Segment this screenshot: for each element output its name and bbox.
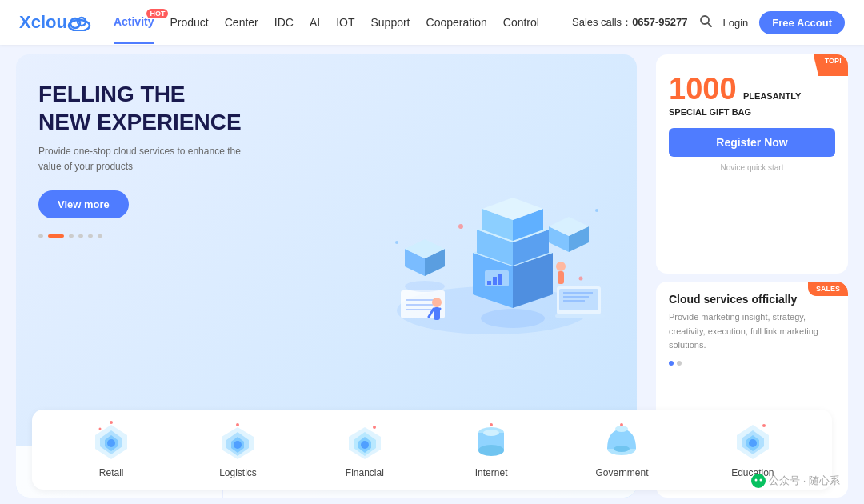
dot-2-active[interactable] (48, 234, 64, 238)
sales-label: Sales calls：0657-95277 (572, 15, 688, 30)
svg-point-98 (614, 446, 630, 452)
svg-point-106 (755, 479, 758, 482)
isometric-illustration-svg (357, 162, 629, 338)
svg-point-107 (760, 479, 762, 482)
sales-ribbon: SALES (808, 282, 848, 296)
nav-item-center[interactable]: Center (225, 16, 258, 29)
government-icon (599, 421, 644, 461)
logo-cloud-icon (67, 14, 91, 31)
svg-point-97 (615, 426, 628, 432)
svg-point-103 (749, 439, 757, 447)
svg-point-105 (751, 474, 766, 488)
hero-illustration (349, 54, 637, 446)
wechat-icon (751, 474, 766, 488)
nav-item-idc[interactable]: IDC (274, 16, 294, 29)
nav-items: Activity HOT Product Center IDC AI IOT S… (114, 15, 572, 30)
hero-title: FELLING THE NEW EXPERIENCE (38, 80, 250, 136)
nav-item-iot[interactable]: IOT (336, 16, 354, 29)
hero-description: Provide one-stop cloud services to enhan… (38, 144, 250, 174)
svg-rect-47 (558, 271, 564, 284)
free-account-button[interactable]: Free Accout (759, 11, 845, 34)
login-button[interactable]: Login (723, 17, 749, 29)
register-now-button[interactable]: Register Now (669, 128, 835, 157)
svg-point-99 (620, 423, 623, 426)
svg-point-93 (478, 445, 504, 456)
promo-number-block: 1000 PLEASANTLY SPECIAL GIFT BAG (669, 74, 835, 118)
hero-text-block: FELLING THE NEW EXPERIENCE Provide one-s… (16, 54, 272, 446)
dot-4 (78, 234, 83, 238)
svg-rect-20 (493, 277, 497, 285)
promo-card: TOP! 1000 PLEASANTLY SPECIAL GIFT BAG Re… (656, 54, 848, 274)
logo-text: Xclou (19, 12, 67, 33)
view-more-button[interactable]: View more (38, 190, 129, 218)
watermark: 公众号 · 随心系 (751, 474, 840, 488)
cloud-services-description: Provide marketing insight, strategy, cre… (669, 310, 835, 353)
svg-point-41 (405, 281, 445, 292)
svg-point-48 (458, 224, 463, 229)
education-icon (730, 421, 775, 461)
logo[interactable]: Xclou (19, 12, 91, 33)
nav-item-support[interactable]: Support (370, 16, 410, 29)
hero-dots (38, 234, 250, 238)
navbar: Xclou Activity HOT Product Center IDC AI… (0, 0, 864, 45)
svg-point-40 (481, 309, 545, 328)
cs-dot-1-active[interactable] (669, 361, 674, 366)
svg-point-46 (556, 262, 566, 271)
dot-5 (88, 234, 93, 238)
svg-rect-31 (559, 289, 598, 310)
nav-item-activity[interactable]: Activity HOT (114, 15, 154, 30)
nav-item-product[interactable]: Product (170, 16, 208, 29)
internet-icon (469, 421, 514, 461)
svg-rect-21 (498, 274, 502, 285)
cs-dot-2[interactable] (677, 361, 682, 366)
svg-point-50 (595, 209, 598, 212)
cloud-services-dots (669, 361, 835, 366)
industry-item-financial[interactable]: Financial (342, 421, 387, 478)
search-icon[interactable] (699, 14, 712, 30)
industry-item-internet[interactable]: Internet (469, 421, 514, 478)
svg-point-51 (395, 241, 398, 244)
industry-item-education[interactable]: Education (730, 421, 775, 478)
cloud-services-title: Cloud services officially (669, 293, 835, 306)
retail-label: Retail (99, 467, 124, 478)
svg-rect-35 (555, 314, 605, 318)
government-label: Government (595, 467, 648, 478)
svg-rect-19 (487, 281, 491, 285)
dot-1 (38, 234, 43, 238)
nav-item-ai[interactable]: AI (310, 16, 320, 29)
financial-label: Financial (346, 467, 384, 478)
industry-item-government[interactable]: Government (595, 421, 648, 478)
promo-number: 1000 (669, 72, 737, 106)
nav-item-cooperation[interactable]: Cooperation (426, 16, 487, 29)
top-ribbon: TOP! (814, 54, 848, 76)
svg-point-104 (762, 424, 766, 427)
svg-point-89 (361, 441, 369, 449)
svg-line-4 (708, 23, 711, 26)
nav-item-control[interactable]: Control (503, 16, 539, 29)
internet-label: Internet (475, 467, 508, 478)
hot-badge: HOT (146, 9, 168, 18)
dot-3 (69, 234, 74, 238)
svg-point-49 (579, 276, 583, 280)
svg-point-42 (432, 298, 442, 307)
logistics-label: Logistics (219, 467, 257, 478)
financial-icon (342, 421, 387, 461)
svg-point-94 (483, 430, 499, 436)
dot-6 (98, 234, 102, 238)
svg-point-95 (490, 423, 493, 426)
novice-text: Novice quick start (669, 163, 835, 172)
nav-right: Sales calls：0657-95277 Login Free Accout (572, 11, 845, 34)
svg-point-90 (373, 426, 376, 429)
